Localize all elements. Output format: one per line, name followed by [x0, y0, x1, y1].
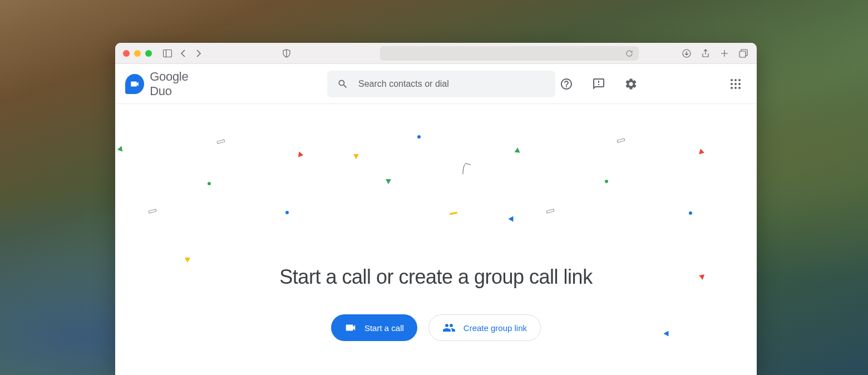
search-bar[interactable]	[327, 71, 555, 97]
back-button[interactable]	[177, 48, 189, 59]
window-controls	[123, 50, 152, 57]
apps-grid-icon	[730, 78, 741, 90]
maximize-window-button[interactable]	[145, 50, 152, 57]
svg-point-11	[731, 87, 733, 89]
close-window-button[interactable]	[123, 50, 130, 57]
svg-point-8	[731, 83, 733, 85]
svg-point-6	[734, 79, 737, 81]
shield-icon[interactable]	[281, 48, 292, 59]
duo-logo-icon	[125, 74, 144, 94]
feedback-button[interactable]	[588, 73, 610, 95]
svg-point-13	[738, 87, 741, 89]
video-camera-icon	[344, 322, 357, 334]
logo-text: Google Duo	[150, 70, 210, 98]
create-group-link-button[interactable]: Create group link	[428, 314, 541, 341]
help-icon	[560, 77, 573, 91]
sidebar-toggle-icon[interactable]	[162, 48, 173, 59]
tabs-icon[interactable]	[738, 48, 749, 59]
search-input[interactable]	[358, 79, 545, 89]
gear-icon	[624, 77, 638, 91]
minimize-window-button[interactable]	[134, 50, 141, 57]
share-icon[interactable]	[700, 48, 711, 59]
confetti-decoration	[115, 104, 757, 299]
svg-point-10	[738, 83, 741, 85]
url-bar[interactable]	[380, 46, 639, 61]
start-call-button[interactable]: Start a call	[331, 314, 417, 341]
logo[interactable]: Google Duo	[125, 70, 210, 98]
svg-point-9	[734, 83, 737, 85]
settings-button[interactable]	[620, 73, 642, 95]
browser-window: Google Duo	[115, 43, 757, 375]
svg-point-5	[731, 79, 733, 81]
apps-button[interactable]	[724, 73, 747, 95]
browser-toolbar	[115, 43, 757, 64]
forward-button[interactable]	[193, 48, 204, 59]
app-header: Google Duo	[115, 64, 757, 104]
svg-rect-0	[164, 50, 172, 57]
help-button[interactable]	[555, 73, 578, 95]
search-icon	[337, 78, 348, 90]
group-icon	[442, 321, 456, 334]
reload-icon[interactable]	[625, 50, 633, 57]
svg-point-12	[734, 87, 737, 89]
confetti-decoration	[663, 331, 669, 336]
new-tab-icon[interactable]	[719, 48, 730, 59]
downloads-icon[interactable]	[681, 48, 692, 59]
svg-rect-4	[739, 51, 746, 57]
feedback-icon	[592, 77, 605, 91]
action-buttons: Start a call Create group link	[331, 314, 541, 341]
start-call-label: Start a call	[364, 323, 404, 333]
main-content: Start a call or create a group call link…	[115, 104, 757, 375]
svg-point-7	[738, 79, 741, 81]
create-group-label: Create group link	[463, 323, 527, 333]
